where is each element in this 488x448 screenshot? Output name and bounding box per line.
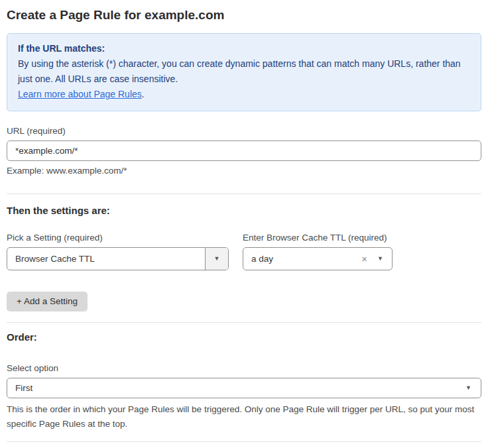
info-box-link-line: Learn more about Page Rules. [18,87,470,102]
url-input[interactable] [7,140,481,161]
settings-heading: Then the settings are: [7,205,481,216]
info-box-heading: If the URL matches: [18,41,470,56]
divider-after-url [7,194,481,194]
url-field-label: URL (required) [7,126,481,136]
chevron-down-icon[interactable]: ▼ [377,256,383,262]
add-setting-button[interactable]: + Add a Setting [7,292,88,311]
divider-after-settings [7,322,481,323]
learn-more-link[interactable]: Learn more about Page Rules [18,89,142,99]
pick-setting-column: Pick a Setting (required) Browser Cache … [7,233,229,270]
settings-row: Pick a Setting (required) Browser Cache … [7,233,481,270]
order-select[interactable]: First ▼ [7,378,481,398]
url-example-helper: Example: www.example.com/* [7,166,481,176]
pick-setting-value: Browser Cache TTL [7,254,205,264]
order-select-label: Select option [7,363,481,373]
page-title: Create a Page Rule for example.com [7,0,481,23]
pick-setting-select[interactable]: Browser Cache TTL ▼ [7,247,229,270]
divider-footer [7,441,481,442]
ttl-label: Enter Browser Cache TTL (required) [243,233,393,243]
pick-setting-label: Pick a Setting (required) [7,233,229,243]
ttl-value: a day [243,254,361,264]
ttl-column: Enter Browser Cache TTL (required) a day… [243,233,393,270]
chevron-down-icon: ▼ [214,256,220,262]
info-box-body: By using the asterisk (*) character, you… [18,56,470,87]
page-rule-form: Create a Page Rule for example.com If th… [0,0,488,448]
link-period: . [142,89,145,99]
chevron-down-icon: ▼ [465,385,471,391]
clear-icon[interactable]: × [361,253,367,264]
order-select-value: First [7,383,465,393]
pick-setting-caret-segment[interactable]: ▼ [205,248,228,270]
url-matches-info-box: If the URL matches: By using the asteris… [7,33,481,111]
ttl-select[interactable]: a day × ▼ [243,247,393,270]
order-heading: Order: [7,331,481,343]
order-helper-text: This is the order in which your Page Rul… [7,402,481,431]
